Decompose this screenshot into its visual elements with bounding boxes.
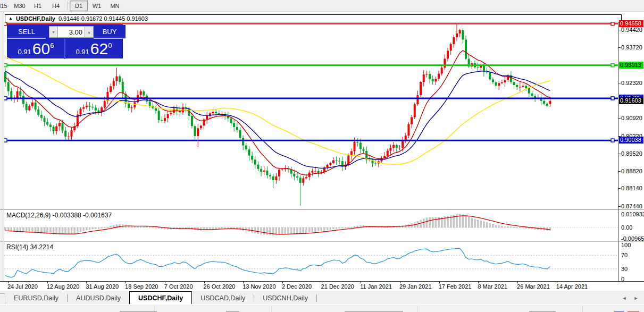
- date-tick-label: 31 Aug 2020: [86, 283, 119, 290]
- chart-tab-usdcad[interactable]: USDCAD,Daily: [192, 292, 254, 304]
- date-tick-label: 12 Aug 2020: [47, 283, 80, 290]
- price-tick-mark: [618, 171, 621, 172]
- date-tick-label: 8 Mar 2021: [478, 283, 507, 290]
- toolbar-separator: [67, 2, 68, 10]
- tab-separator: [316, 294, 317, 302]
- date-tick-label: 26 Mar 2021: [517, 283, 550, 290]
- price-tick-label: 0.94420: [621, 27, 642, 33]
- price-level-badge: 0.93013: [619, 62, 643, 69]
- price-tick-label: 0.89520: [621, 150, 642, 157]
- price-tick-mark: [618, 118, 621, 119]
- timeframe-button-m30[interactable]: M30: [11, 1, 29, 11]
- price-axis-border: [618, 22, 618, 281]
- date-tick-label: 13 Nov 2020: [242, 283, 275, 290]
- date-tick-label: 7 Oct 2020: [164, 283, 193, 290]
- chart-tab-usdcnh[interactable]: USDCNH,Daily: [254, 292, 316, 304]
- chart-tab-bar: EURUSD,DailyAUDUSD,DailyUSDCHF,DailyUSDC…: [0, 291, 644, 304]
- chart-title-bar[interactable]: ▲ USDCHF,Daily 0.91446 0.91672 0.91445 0…: [5, 14, 622, 22]
- macd-tick-label: -0.009653: [621, 235, 644, 242]
- timeframe-button-h1[interactable]: H1: [29, 1, 47, 11]
- price-tick-mark: [618, 188, 621, 189]
- rsi-pane[interactable]: [4, 242, 618, 281]
- price-tick-mark: [618, 206, 621, 207]
- price-tick-mark: [618, 47, 621, 48]
- level-handle: [4, 139, 7, 142]
- rsi-indicator-label: RSI(14) 34.2214: [6, 243, 53, 251]
- price-tick-label: 0.92320: [621, 80, 642, 86]
- collapse-icon[interactable]: ▲: [9, 16, 13, 21]
- price-tick-mark: [618, 83, 621, 83]
- price-tick-mark: [618, 154, 621, 154]
- moving-averages-group: [5, 50, 550, 175]
- date-axis: 24 Jul 202012 Aug 202031 Aug 202018 Sep …: [0, 281, 644, 291]
- rsi-tick-label: 100: [621, 242, 631, 248]
- level-handle: [611, 139, 614, 142]
- price-chart-pane[interactable]: [4, 22, 618, 208]
- date-tick-label: 24 Jul 2020: [7, 283, 38, 290]
- chart-tab-eurusd[interactable]: EURUSD,Daily: [5, 292, 67, 304]
- price-level-badge: 0.91603: [619, 97, 643, 104]
- chart-symbol-title: USDCHF,Daily: [16, 15, 55, 22]
- tab-stub: [0, 293, 5, 304]
- date-tick-label: 14 Apr 2021: [556, 283, 588, 290]
- macd-tick-label: 0.00: [621, 224, 632, 231]
- date-tick-label: 26 Oct 2020: [204, 283, 236, 290]
- status-bar: [0, 304, 644, 312]
- pane-separator[interactable]: [0, 241, 644, 242]
- timeframe-button-mn[interactable]: MN: [106, 1, 124, 11]
- chart-tab-usdchf[interactable]: USDCHF,Daily: [129, 291, 192, 304]
- timeframe-button-d1[interactable]: D1: [70, 1, 88, 11]
- timeframe-button-w1[interactable]: W1: [88, 1, 106, 11]
- date-tick-label: 29 Jan 2021: [399, 283, 432, 290]
- price-level-badge: 0.94658: [619, 20, 643, 27]
- price-tick-mark: [618, 30, 621, 30]
- level-handle: [4, 64, 7, 67]
- date-tick-label: 21 Dec 2020: [321, 283, 354, 290]
- tab-scroll-buttons: ◄►: [621, 294, 640, 302]
- timeframe-button-h4[interactable]: H4: [47, 1, 65, 11]
- tab-scroll-right-button[interactable]: ►: [632, 294, 640, 302]
- chart-ohlc-values: 0.91446 0.91672 0.91445 0.91603: [58, 15, 148, 22]
- timeframe-button-m15[interactable]: M15: [0, 1, 11, 11]
- rsi-tick-label: 70: [621, 252, 628, 258]
- ma-line-slow: [5, 57, 550, 164]
- level-handle: [611, 64, 614, 67]
- timeframe-toolbar: M15M30H1H4D1W1MN: [0, 0, 644, 12]
- level-handle: [611, 22, 614, 26]
- date-tick-label: 2 Dec 2020: [282, 283, 312, 290]
- rsi-line: [5, 248, 550, 277]
- level-handle: [4, 22, 7, 26]
- date-tick-label: 11 Jan 2021: [360, 283, 392, 290]
- mt4-terminal: M15M30H1H4D1W1MN ▲ USDCHF,Daily 0.91446 …: [0, 0, 644, 312]
- price-tick-label: 0.88140: [621, 185, 642, 191]
- ma-line-fast: [5, 50, 550, 175]
- price-tick-label: 0.90920: [621, 115, 642, 121]
- date-tick-label: 18 Sep 2020: [125, 283, 158, 290]
- level-handle: [4, 97, 7, 100]
- horizontal-levels-group: [4, 22, 618, 142]
- price-level-badge: 0.90038: [619, 137, 643, 144]
- date-tick-label: 17 Feb 2021: [439, 283, 472, 290]
- price-tick-label: 0.93720: [621, 44, 642, 50]
- macd-tick-label: 0.010933: [621, 211, 644, 217]
- price-tick-label: 0.88820: [621, 168, 642, 174]
- tab-scroll-left-button[interactable]: ◄: [621, 294, 628, 302]
- candles-group: [4, 24, 551, 206]
- rsi-tick-label: 30: [621, 266, 628, 272]
- level-handle: [611, 97, 614, 100]
- pane-separator[interactable]: [0, 209, 644, 210]
- chart-tab-audusd[interactable]: AUDUSD,Daily: [68, 292, 129, 304]
- macd-indicator-label: MACD(12,26,9) -0.003388 -0.001637: [6, 212, 112, 219]
- price-tick-label: 0.87440: [621, 203, 642, 209]
